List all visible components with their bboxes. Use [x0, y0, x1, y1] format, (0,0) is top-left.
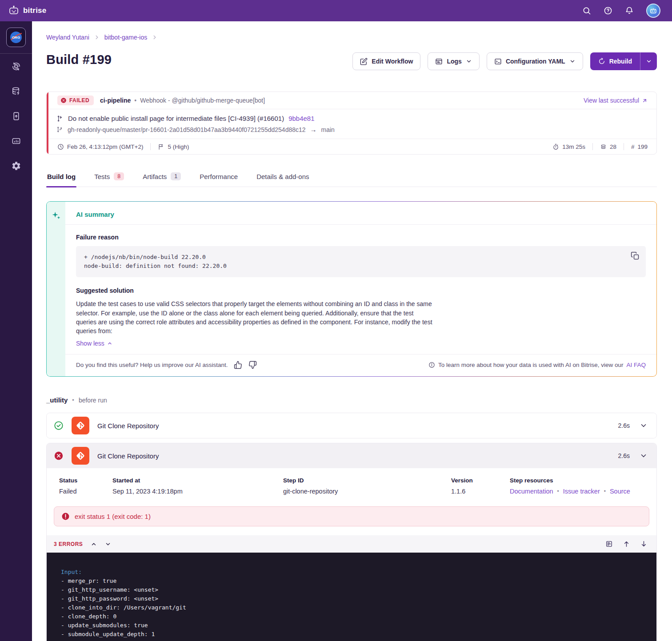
log-line: - update_submodules: true: [61, 621, 642, 630]
branch-row: gh-readonly-queue/master/pr-16601-2a01d5…: [56, 126, 646, 133]
ai-summary-card: AI summary Failure reason + /nodejs/nb/b…: [46, 201, 657, 377]
build-number-label: 199: [637, 143, 648, 150]
build-summary-card: FAILED ci-pipeline • Webhook - @github/g…: [46, 92, 657, 155]
tab-build-log[interactable]: Build log: [46, 171, 76, 187]
build-duration: 13m 25s: [552, 143, 585, 150]
sidebar-item-insights[interactable]: [0, 128, 32, 153]
detail-status: Status Failed: [59, 477, 112, 495]
scroll-to-top-arrow-icon[interactable]: [623, 540, 630, 548]
ai-data-notice-text: To learn more about how your data is use…: [438, 362, 623, 368]
chevron-right-icon: [94, 34, 100, 40]
chevron-down-icon: [569, 58, 576, 64]
rebuild-button[interactable]: Rebuild: [590, 52, 640, 70]
detail-value: git-clone-repository: [283, 488, 451, 495]
org-logo-icon: ORG: [8, 30, 24, 45]
ai-feedback: Do you find this useful? Help us improve…: [76, 361, 257, 369]
step-card-success: Git Clone Repository 2.6s: [46, 413, 657, 438]
clock-icon: [57, 143, 64, 150]
log-line: Input:: [61, 568, 642, 577]
workflow-phase: before run: [79, 397, 107, 404]
chevron-right-icon: [152, 34, 158, 40]
log-line: - merge_pr: true: [61, 577, 642, 585]
log-line: - git_http_username: <unset>: [61, 585, 642, 594]
ai-faq-link[interactable]: AI FAQ: [626, 362, 646, 368]
failure-reason-label: Failure reason: [76, 234, 646, 241]
user-avatar[interactable]: [646, 4, 660, 18]
suggested-solution-text: Update the test cases to use valid CSS s…: [76, 299, 434, 335]
sidebar-item-ci[interactable]: [0, 54, 32, 79]
bitrise-logo[interactable]: bitrise: [8, 5, 46, 16]
full-log-icon[interactable]: [605, 540, 613, 548]
arrow-right: →: [310, 126, 317, 133]
pipeline-name[interactable]: ci-pipeline: [100, 97, 131, 104]
scroll-to-bottom-arrow-icon[interactable]: [640, 540, 648, 548]
sidebar: ORG: [0, 21, 32, 641]
svg-text:ORG: ORG: [12, 36, 20, 40]
step-row[interactable]: Git Clone Repository 2.6s: [47, 443, 656, 468]
detail-resources: Step resources Documentation • Issue tra…: [510, 477, 630, 495]
failure-reason-code-block: + /nodejs/nb/bin/node-build 22.20.0 node…: [76, 246, 646, 277]
edit-workflow-button[interactable]: Edit Workflow: [352, 52, 420, 70]
settings-gear-icon: [11, 161, 21, 171]
detail-label: Started at: [112, 477, 283, 484]
issue-tracker-link[interactable]: Issue tracker: [563, 488, 600, 495]
detail-version: Version 1.1.6: [451, 477, 510, 495]
show-less-link[interactable]: Show less: [76, 340, 646, 347]
tab-tests[interactable]: Tests8: [93, 171, 125, 187]
search-icon[interactable]: [582, 6, 591, 15]
tab-performance[interactable]: Performance: [199, 171, 239, 187]
sidebar-item-release-management[interactable]: [0, 104, 32, 128]
build-credits-label: 28: [610, 143, 616, 150]
dot-separator: •: [72, 397, 74, 403]
error-alert-message: exit status 1 (exit code: 1): [75, 513, 151, 520]
avatar-bot-icon: [649, 7, 657, 15]
help-icon[interactable]: [604, 6, 612, 15]
log-line: - clone_depth: 0: [61, 612, 642, 621]
configuration-yaml-button[interactable]: Configuration YAML: [487, 52, 583, 70]
code-line: node-build: definition not found: 22.20.…: [84, 262, 638, 271]
bitrise-bot-icon: [8, 5, 20, 16]
commit-hash-link[interactable]: 9bb4e81: [288, 115, 314, 122]
next-error-chevron-down-icon[interactable]: [105, 541, 111, 547]
chevron-down-icon[interactable]: [640, 452, 648, 460]
detail-value: Sep 11, 2023 4:19:18pm: [112, 488, 283, 495]
view-last-successful-link[interactable]: View last successful: [584, 97, 648, 104]
notifications-bell-icon[interactable]: [625, 6, 634, 15]
breadcrumb-app[interactable]: bitbot-game-ios: [104, 34, 148, 41]
org-avatar[interactable]: ORG: [6, 28, 26, 47]
previous-error-chevron-up-icon[interactable]: [91, 541, 97, 547]
copy-icon[interactable]: [631, 251, 640, 260]
sidebar-item-settings[interactable]: [0, 153, 32, 178]
logs-button[interactable]: Logs: [428, 52, 479, 70]
detail-label: Version: [451, 477, 510, 484]
source-link[interactable]: Source: [610, 488, 630, 495]
rebuild-split-button: Rebuild: [590, 52, 657, 70]
tab-details-addons[interactable]: Details & add-ons: [256, 171, 310, 187]
error-alert: exit status 1 (exit code: 1): [54, 506, 649, 526]
sidebar-item-build-cache[interactable]: [0, 79, 32, 104]
step-row[interactable]: Git Clone Repository 2.6s: [47, 413, 656, 438]
tab-label: Details & add-ons: [256, 173, 309, 180]
dot-separator: •: [604, 488, 606, 494]
breadcrumb-org[interactable]: Weyland Yutani: [46, 34, 89, 41]
thumbs-up-icon[interactable]: [234, 361, 242, 369]
commit-message: Do not enable public install page for in…: [68, 115, 284, 122]
thumbs-down-icon[interactable]: [248, 361, 257, 369]
build-log-terminal[interactable]: Input: - merge_pr: true - git_http_usern…: [47, 553, 656, 641]
trigger-source: Webhook - @github/github-merge-queue[bot…: [140, 97, 265, 104]
x-circle-icon: [54, 451, 64, 461]
tab-artifacts[interactable]: Artifacts1: [142, 171, 182, 187]
main-content: Weyland Yutani bitbot-game-ios Build #19…: [32, 21, 672, 641]
view-last-successful-label: View last successful: [584, 97, 639, 104]
chevron-down-icon[interactable]: [640, 422, 648, 430]
detail-value: Failed: [59, 488, 112, 495]
detail-started-at: Started at Sep 11, 2023 4:19:18pm: [112, 477, 283, 495]
rebuild-options-caret[interactable]: [640, 52, 657, 70]
tab-label: Build log: [47, 173, 76, 180]
stopwatch-icon: [552, 143, 559, 150]
workflow-heading: _utility • before run: [46, 396, 657, 404]
rebuild-icon: [598, 58, 605, 65]
documentation-link[interactable]: Documentation: [510, 488, 553, 495]
git-logo-icon: [75, 420, 86, 431]
chevron-up-icon: [107, 341, 112, 346]
